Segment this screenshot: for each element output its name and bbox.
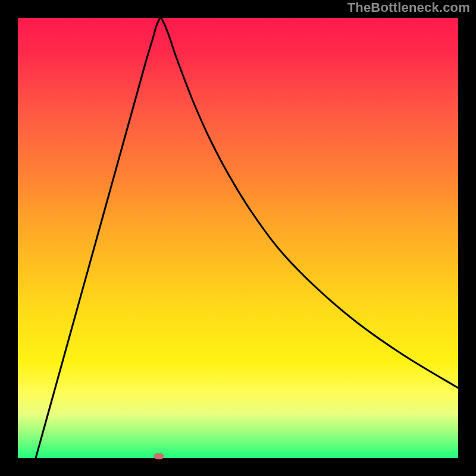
curve-svg [18,18,458,458]
plot-area [18,18,458,458]
chart-frame: TheBottleneck.com [0,0,476,476]
watermark-text: TheBottleneck.com [347,0,470,15]
bottleneck-curve [36,18,458,458]
minimum-marker [154,453,164,459]
